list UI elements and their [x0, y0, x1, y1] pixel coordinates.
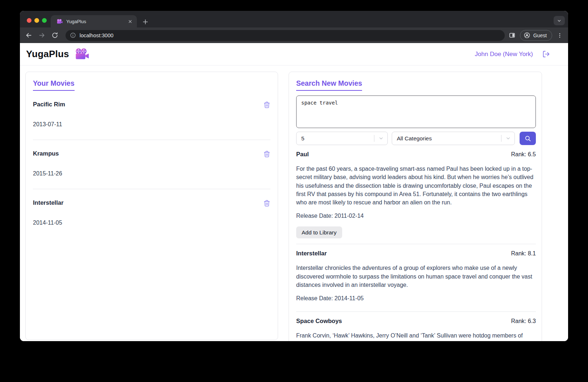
category-value: All Categories — [392, 135, 501, 142]
library-movie-item: Pacific Rim 2013-07-11 — [33, 101, 270, 140]
search-button[interactable] — [520, 132, 536, 145]
tab-favicon-movie-camera-icon — [56, 19, 63, 24]
trash-icon[interactable] — [263, 199, 270, 208]
profile-guest-button[interactable]: Guest — [520, 30, 552, 41]
trash-icon[interactable] — [263, 101, 270, 110]
back-icon[interactable] — [24, 30, 34, 41]
movie-date: 2013-07-11 — [33, 121, 270, 128]
account-area: John Doe (New York) — [475, 50, 550, 58]
result-description: Frank Corvin, ‘Hawk’ Hawkins, Jerry O’Ne… — [296, 331, 536, 341]
your-movies-title: Your Movies — [33, 79, 75, 91]
result-divider — [296, 244, 536, 244]
brand: YugaPlus — [26, 48, 89, 60]
tab-yugaplus[interactable]: YugaPlus — [51, 15, 137, 27]
site-info-icon[interactable] — [70, 32, 76, 38]
movie-date: 2014-11-05 — [33, 220, 270, 226]
user-profile-link[interactable]: John Doe (New York) — [475, 51, 533, 58]
your-movies-panel: Your Movies Pacific Rim 2013-07-11 Kramp… — [25, 72, 278, 340]
url-bar[interactable]: localhost:3000 — [66, 30, 505, 41]
result-description: For the past 60 years, a space-traveling… — [296, 165, 536, 207]
chevron-down-icon — [501, 136, 514, 141]
desktop-background: YugaPlus — [0, 0, 588, 382]
movie-divider — [33, 140, 270, 140]
result-title: Space Cowboys — [296, 318, 342, 324]
app-header: YugaPlus John Doe (New York) — [20, 43, 568, 65]
category-select[interactable]: All Categories — [392, 132, 515, 145]
browser-menu-kebab-icon[interactable] — [554, 30, 565, 41]
app-title: YugaPlus — [26, 48, 69, 60]
library-movie-item: Interstellar 2014-11-05 — [33, 199, 270, 226]
search-result-item: Paul Rank: 6.5 For the past 60 years, a … — [296, 151, 536, 244]
tab-search-chevron-icon[interactable] — [554, 16, 565, 25]
zoom-window-button[interactable] — [42, 18, 47, 23]
result-title: Interstellar — [296, 250, 327, 257]
close-window-button[interactable] — [27, 18, 32, 23]
search-query-textarea[interactable]: space travel — [296, 96, 536, 128]
logout-icon[interactable] — [542, 50, 550, 58]
tab-close-icon[interactable] — [127, 18, 133, 25]
search-controls: 5 All Categories — [296, 132, 536, 145]
movie-title: Pacific Rim — [33, 101, 65, 108]
new-tab-button[interactable] — [141, 17, 150, 26]
tab-strip: YugaPlus — [20, 11, 568, 27]
browser-toolbar: localhost:3000 Guest — [20, 27, 568, 43]
result-release-date: Release Date: 2014-11-05 — [296, 295, 536, 302]
url-text: localhost:3000 — [80, 33, 114, 38]
browser-window: YugaPlus — [20, 11, 568, 341]
search-result-item: Interstellar Rank: 8.1 Interstellar chro… — [296, 250, 536, 312]
tab-title: YugaPlus — [66, 19, 127, 24]
library-movie-item: Krampus 2015-11-26 — [33, 150, 270, 189]
result-rank: Rank: 6.3 — [511, 318, 536, 324]
result-limit-select[interactable]: 5 — [296, 132, 388, 145]
result-limit-value: 5 — [297, 135, 374, 142]
movie-camera-logo-icon — [74, 48, 89, 60]
library-list: Pacific Rim 2013-07-11 Krampus — [33, 101, 270, 226]
result-release-date: Release Date: 2011-02-14 — [296, 213, 536, 219]
movie-date: 2015-11-26 — [33, 170, 270, 177]
movie-divider — [33, 189, 270, 189]
search-title: Search New Movies — [296, 79, 362, 91]
result-title: Paul — [296, 151, 309, 158]
add-to-library-button[interactable]: Add to Library — [296, 226, 342, 238]
trash-icon[interactable] — [263, 150, 270, 159]
movie-title: Krampus — [33, 150, 59, 157]
guest-label: Guest — [533, 33, 547, 38]
result-rank: Rank: 6.5 — [511, 151, 536, 158]
movie-title: Interstellar — [33, 199, 63, 206]
search-panel: Search New Movies space travel 5 All Cat… — [289, 72, 542, 341]
reload-icon[interactable] — [50, 30, 60, 41]
page-content: YugaPlus John Doe (New York) — [20, 43, 568, 341]
results-list: Paul Rank: 6.5 For the past 60 years, a … — [296, 151, 536, 341]
minimize-window-button[interactable] — [34, 18, 39, 23]
side-panel-icon[interactable] — [507, 30, 518, 41]
result-rank: Rank: 8.1 — [511, 250, 536, 257]
main-columns: Your Movies Pacific Rim 2013-07-11 Kramp… — [20, 65, 568, 341]
search-result-item: Space Cowboys Rank: 6.3 Frank Corvin, ‘H… — [296, 318, 536, 341]
forward-icon[interactable] — [37, 30, 47, 41]
result-description: Interstellar chronicles the adventures o… — [296, 264, 536, 289]
traffic-lights — [27, 18, 47, 23]
result-divider — [296, 311, 536, 312]
chevron-down-icon — [374, 136, 387, 141]
guest-avatar-icon — [524, 32, 530, 39]
magnifier-icon — [524, 135, 532, 142]
